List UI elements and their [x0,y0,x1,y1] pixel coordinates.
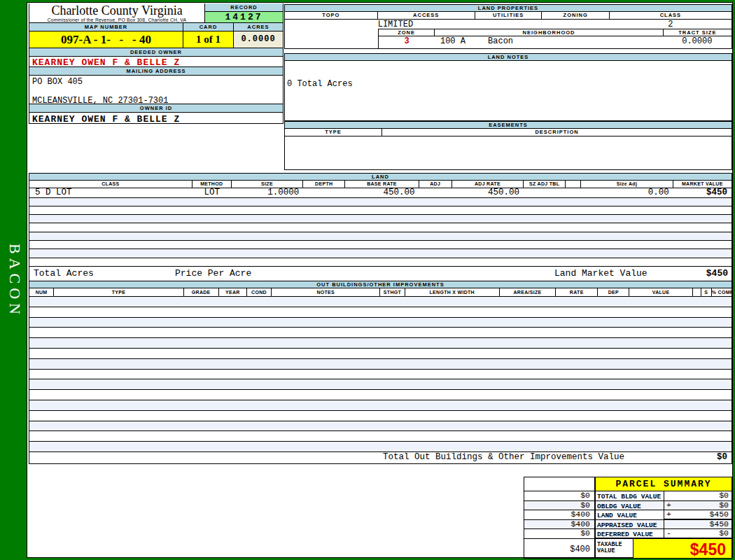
easement-description-header: DESCRIPTION [382,129,732,136]
owner-id-value: KEARNEY OWEN F & BELLE Z [29,113,283,124]
neighborhood-label: NEIGHBORHOOD [435,29,662,36]
land-properties-title: LAND PROPERTIES [284,4,732,12]
ps-row-land: $400 LAND VALUE +$450 [524,510,732,520]
ps-prior-value: $0 [524,529,595,539]
ob-total-row: Total Out Buildings & Other Improvements… [29,452,732,464]
land-properties-block: LAND PROPERTIES TOPO ACCESS UTILITIES ZO… [284,4,732,171]
land-col-sz-adj-tbl: SZ ADJ TBL [524,181,566,188]
land-class-cell: 5 D LOT [29,188,192,197]
ps-row-deferred: $0 DEFERRED VALUE -$0 [524,529,732,539]
ps-prior-value: $400 [524,520,595,530]
acres-value: 0.0000 [233,31,283,48]
ob-col-type: TYPE [54,288,184,296]
land-notes-box: 0 Total Acres [284,61,732,121]
ob-col-length-width: LENGTH X WIDTH [405,288,500,296]
land-section: LAND CLASS METHOD SIZE DEPTH BASE RATE A… [29,173,732,281]
land-totals-row: Total Acres Price Per Acre Land Market V… [29,267,732,281]
neighborhood-name: Bacon [488,36,513,46]
ob-col-cond: COND [247,288,272,296]
land-adj-cell [419,188,452,197]
address-line-1: PO BOX 405 [32,77,283,87]
ob-col-num: NUM [29,288,54,296]
ps-value: $450 [709,510,729,519]
county-subtitle: Commissioner of the Revenue, PO Box 308,… [29,18,204,22]
tract-size-value: 0.0000 [663,36,732,46]
zone-value: 3 [379,36,435,46]
easements-empty-box [284,136,732,170]
ps-taxable-prior: $400 [524,539,595,559]
tract-size-label: TRACT SIZE [663,29,732,36]
land-col-depth: DEPTH [303,181,345,188]
land-col-adj: ADJ [419,181,452,188]
ps-op: + [666,501,671,510]
ps-label: APPRAISED VALUE [595,520,664,530]
ob-col-dep: DEP [598,288,629,296]
card-value: 1 of 1 [183,31,233,48]
mailing-address-label: MAILING ADDRESS [29,67,283,76]
ps-header-blank [524,477,595,491]
land-notes-text: 0 Total Acres [287,79,732,89]
land-market-value-label: Land Market Value [554,267,648,280]
ob-col-area-size: AREA/SIZE [500,288,556,296]
land-empty-rows [29,198,732,267]
ob-col-grade: GRADE [184,288,219,296]
ps-op: - [666,529,671,538]
mailing-address-box: PO BOX 405 MCLEANSVILLE, NC 27301-7301 [29,76,283,104]
land-size-cell: 1.0000 [232,188,303,197]
ps-prior-value: $400 [524,510,595,520]
ps-row-appraised: $400 APPRAISED VALUE $450 [524,520,732,530]
land-col-method: METHOD [192,181,232,188]
ob-col-pct-comp: % COMP [712,288,732,296]
price-per-acre-label: Price Per Acre [175,267,251,280]
class-header: CLASS [610,12,732,19]
card-label: CARD [183,23,233,31]
access-header: ACCESS [378,12,475,19]
ps-label: LAND VALUE [595,510,664,520]
land-col-class: CLASS [29,181,192,188]
county-title: Charlotte County Virginia [29,4,204,18]
ps-value: $0 [719,529,729,538]
acres-label: ACRES [233,23,283,31]
ob-col-sthgt: STHGT [380,288,405,296]
land-method-cell: LOT [192,188,232,197]
zoning-header: ZONING [542,12,609,19]
ps-op: + [666,510,671,519]
land-notes-title: LAND NOTES [284,53,732,61]
parcel-summary-title: PARCEL SUMMARY [595,477,732,491]
out-buildings-title: OUT BUILDINGS/OTHER IMPROVEMENTS [29,281,732,288]
ps-label: DEFERRED VALUE [595,529,664,539]
easement-type-header: TYPE [285,129,382,136]
ps-row-obldg: $0 OBLDG VALUE +$0 [524,501,732,511]
utilities-header: UTILITIES [475,12,542,19]
ps-prior-value: $0 [524,491,595,501]
parcel-summary-table: PARCEL SUMMARY $0 TOTAL BLDG VALUE $0 $0… [524,477,732,559]
ob-col-value: VALUE [629,288,692,296]
land-adj-rate-cell: 450.00 [452,188,524,197]
ps-label: TOTAL BLDG VALUE [595,491,664,501]
ps-value: $0 [719,491,729,500]
land-market-value-cell: $450 [673,188,732,197]
map-number-label: MAP NUMBER [29,23,183,31]
ob-total-label: Total Out Buildings & Other Improvements… [383,452,624,463]
ob-col-blank [693,288,701,296]
ps-value: $450 [709,520,729,529]
land-blank-cell [566,188,581,197]
record-card: Charlotte County Virginia Commissioner o… [27,2,733,558]
ps-row-taxable: $400 TAXABLE VALUE $450 [524,539,732,559]
ps-label: OBLDG VALUE [595,501,664,511]
ps-taxable-value: $450 [634,539,732,559]
record-box: RECORD 14127 [204,4,283,22]
out-buildings-section: OUT BUILDINGS/OTHER IMPROVEMENTS NUM TYP… [29,281,732,464]
record-label: RECORD [205,4,283,12]
land-size-adj-cell: 0.00 [581,188,673,197]
land-col-market-value: MARKET VALUE [673,181,732,188]
record-value: 14127 [205,12,283,22]
total-acres-label: Total Acres [34,267,94,280]
land-base-rate-cell: 450.00 [345,188,419,197]
land-col-base-rate: BASE RATE [345,181,419,188]
land-col-adj-rate: ADJ RATE [452,181,524,188]
ob-empty-rows [29,297,732,452]
land-row: 5 D LOT LOT 1.0000 450.00 450.00 0.00 $4… [29,188,732,198]
deeded-owner-label: DEEDED OWNER [29,48,283,57]
zone-label: ZONE [379,29,435,36]
